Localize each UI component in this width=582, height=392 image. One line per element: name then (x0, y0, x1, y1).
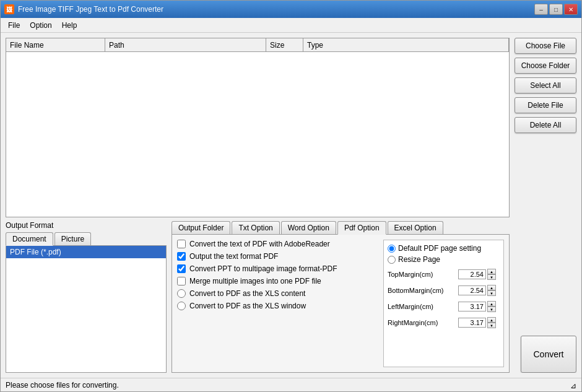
menu-help[interactable]: Help (57, 20, 82, 31)
margin-right-input[interactable] (458, 318, 486, 328)
checkbox-label-4: Merge multiple images into one PDF file (189, 277, 321, 285)
radio-label-resize: Resize Page (398, 255, 440, 264)
tab-pdf-option[interactable]: Pdf Option (337, 221, 386, 235)
pdf-radio-default: Default PDF page setting (388, 244, 500, 253)
margin-top-row: TopMargin(cm) ▲ ▼ (388, 269, 500, 280)
margin-bottom-label: BottomMargin(cm) (388, 287, 456, 294)
options-content: Convert the text of PDF with AdobeReader… (172, 235, 510, 373)
file-list-header: File Name Path Size Type (6, 38, 509, 52)
minimize-button[interactable]: – (534, 4, 548, 15)
checkbox-adobereader[interactable] (177, 240, 186, 248)
margin-right-spin: ▲ ▼ (487, 317, 496, 328)
close-button[interactable]: ✕ (564, 4, 578, 15)
tab-output-folder[interactable]: Output Folder (172, 221, 230, 234)
margin-right-row: RightMargin(cm) ▲ ▼ (388, 317, 500, 328)
margin-bottom-row: BottomMargin(cm) ▲ ▼ (388, 285, 500, 296)
checkbox-ppt-multipage[interactable] (177, 264, 186, 273)
right-buttons: Choose File Choose Folder Select All Del… (515, 38, 576, 217)
output-format-panel: Output Format Document Picture PDF File … (6, 221, 167, 373)
bottom-section: Output Format Document Picture PDF File … (6, 221, 576, 373)
options-tab-bar: Output Folder Txt Option Word Option Pdf… (172, 221, 510, 235)
format-tab-bar: Document Picture (6, 232, 167, 246)
margin-bottom-spin: ▲ ▼ (487, 285, 496, 296)
main-content: File Name Path Size Type Choose File Cho… (1, 33, 581, 378)
margin-left-down[interactable]: ▼ (487, 307, 496, 312)
radio-default-page[interactable] (388, 245, 396, 253)
file-list-body[interactable] (6, 52, 509, 217)
col-size: Size (266, 38, 303, 51)
margin-left-input[interactable] (458, 302, 486, 311)
margin-left-label: LeftMargin(cm) (388, 303, 456, 310)
output-format-label: Output Format (6, 221, 167, 230)
margin-top-label: TopMargin(cm) (388, 271, 456, 278)
convert-area: Convert (515, 221, 576, 373)
checkbox-merge-images[interactable] (177, 277, 186, 285)
tab-picture[interactable]: Picture (54, 232, 91, 245)
checkbox-text-format[interactable] (177, 252, 186, 261)
select-all-button[interactable]: Select All (515, 77, 576, 94)
window-title: Free Image TIFF Jpeg Text to Pdf Convert… (18, 5, 534, 14)
margin-bottom-up[interactable]: ▲ (487, 285, 496, 290)
checkbox-row-4: Merge multiple images into one PDF file (177, 277, 378, 285)
checkbox-row-3: Convert PPT to multipage image format-PD… (177, 264, 378, 273)
col-filename: File Name (6, 38, 105, 51)
main-window: 🖼 Free Image TIFF Jpeg Text to Pdf Conve… (0, 0, 582, 392)
margin-top-down[interactable]: ▼ (487, 274, 496, 280)
menu-file[interactable]: File (3, 20, 25, 31)
margin-top-input[interactable] (458, 269, 486, 279)
convert-button[interactable]: Convert (521, 336, 576, 373)
radio-label-1: Convert to PDF as the XLS content (189, 289, 305, 298)
radio-xls-window[interactable] (177, 302, 186, 310)
tab-word-option[interactable]: Word Option (281, 221, 336, 234)
margin-right-up[interactable]: ▲ (487, 317, 496, 323)
checkbox-row-2: Output the text format PDF (177, 252, 378, 261)
delete-all-button[interactable]: Delete All (515, 117, 576, 133)
radio-label-default: Default PDF page setting (398, 244, 481, 253)
margin-right-label: RightMargin(cm) (388, 319, 456, 326)
margin-left-up[interactable]: ▲ (487, 301, 496, 307)
checkbox-label-3: Convert PPT to multipage image format-PD… (189, 264, 337, 273)
margin-top-up[interactable]: ▲ (487, 269, 496, 274)
format-list[interactable]: PDF File (*.pdf) (6, 246, 167, 373)
checkbox-row-1: Convert the text of PDF with AdobeReader (177, 240, 378, 248)
checkbox-label-1: Convert the text of PDF with AdobeReader (189, 240, 330, 248)
radio-row-2: Convert to PDF as the XLS window (177, 302, 378, 310)
choose-file-button[interactable]: Choose File (515, 38, 576, 54)
pdf-radio-resize: Resize Page (388, 255, 500, 264)
margin-bottom-input[interactable] (458, 285, 486, 295)
maximize-button[interactable]: □ (549, 4, 563, 15)
format-item-pdf[interactable]: PDF File (*.pdf) (6, 246, 166, 258)
margin-bottom-down[interactable]: ▼ (487, 290, 496, 296)
col-path: Path (105, 38, 266, 51)
delete-file-button[interactable]: Delete File (515, 97, 576, 113)
title-bar: 🖼 Free Image TIFF Jpeg Text to Pdf Conve… (1, 1, 581, 18)
options-panel: Output Folder Txt Option Word Option Pdf… (172, 221, 510, 373)
checkbox-label-2: Output the text format PDF (189, 252, 278, 261)
radio-xls-content[interactable] (177, 289, 186, 298)
margin-right-down[interactable]: ▼ (487, 323, 496, 328)
radio-label-2: Convert to PDF as the XLS window (189, 302, 306, 310)
choose-folder-button[interactable]: Choose Folder (515, 58, 576, 74)
tab-excel-option[interactable]: Excel Option (388, 221, 443, 234)
tab-document[interactable]: Document (6, 232, 53, 246)
margin-top-spin: ▲ ▼ (487, 269, 496, 280)
menu-option[interactable]: Option (25, 20, 56, 31)
margin-left-row: LeftMargin(cm) ▲ ▼ (388, 301, 500, 312)
file-list-container: File Name Path Size Type (6, 38, 510, 217)
tab-txt-option[interactable]: Txt Option (232, 221, 279, 234)
resize-grip: ⊿ (567, 380, 576, 390)
file-area: File Name Path Size Type Choose File Cho… (6, 38, 576, 217)
margin-left-spin: ▲ ▼ (487, 301, 496, 312)
pdf-settings-panel: Default PDF page setting Resize Page Top… (383, 240, 504, 367)
status-bar: Please choose files for converting. ⊿ (1, 378, 581, 391)
left-options: Convert the text of PDF with AdobeReader… (177, 240, 378, 367)
radio-row-1: Convert to PDF as the XLS content (177, 289, 378, 298)
radio-resize-page[interactable] (388, 256, 396, 264)
status-text: Please choose files for converting. (6, 381, 567, 390)
menu-bar: File Option Help (1, 18, 581, 33)
window-controls: – □ ✕ (534, 4, 578, 15)
col-type: Type (303, 38, 509, 51)
app-icon: 🖼 (4, 4, 14, 14)
